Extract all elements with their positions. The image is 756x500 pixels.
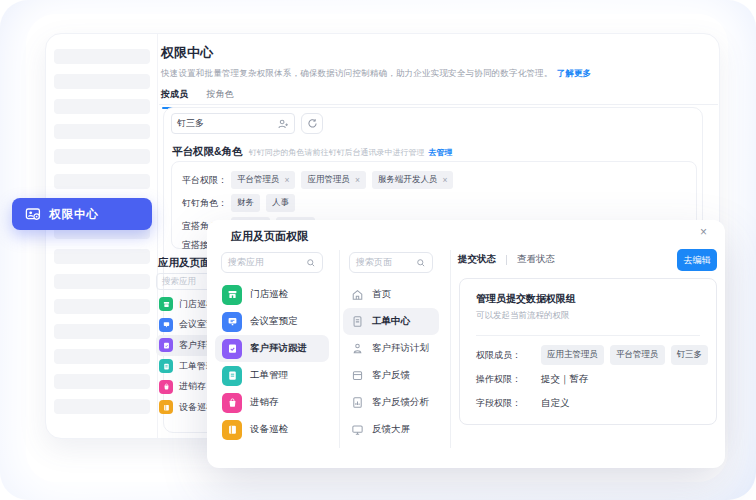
tag-platform-admin: 平台管理员 bbox=[610, 345, 665, 365]
modal-title: 应用及页面权限 bbox=[231, 229, 308, 244]
close-icon[interactable]: × bbox=[700, 226, 707, 238]
refresh-button[interactable] bbox=[301, 113, 323, 134]
person-icon bbox=[351, 342, 364, 355]
tab-view-status[interactable]: 查看状态 bbox=[517, 253, 555, 266]
app-item-selected[interactable]: 客户拜访跟进 bbox=[215, 335, 329, 362]
page-item[interactable]: 首页 bbox=[343, 281, 439, 308]
page-item[interactable]: 客户反馈分析 bbox=[343, 389, 439, 416]
pill-label: 权限中心 bbox=[49, 207, 99, 222]
page-item-label: 工单中心 bbox=[372, 315, 410, 328]
search-icon bbox=[306, 258, 316, 268]
clipboard-check-icon bbox=[222, 339, 242, 359]
clipboard-check-icon bbox=[159, 338, 173, 352]
skeleton-row bbox=[54, 274, 150, 289]
row-label: 平台权限： bbox=[182, 174, 231, 187]
doc-chart-icon bbox=[351, 396, 364, 409]
id-badge-icon bbox=[25, 206, 41, 222]
tab-by-member-label: 按成员 bbox=[161, 89, 188, 99]
tab-by-member[interactable]: 按成员 bbox=[161, 88, 188, 109]
app-item-label: 设备巡检 bbox=[250, 423, 288, 436]
page-item[interactable]: 客户反馈 bbox=[343, 362, 439, 389]
meeting-screen-icon bbox=[159, 318, 173, 332]
row-label: 钉钉角色： bbox=[182, 197, 231, 210]
app-item-label: 会议室预定 bbox=[250, 315, 298, 328]
description-text: 快速设置和批量管理复杂权限体系，确保数据访问控制精确，助力企业实现安全与协同的数… bbox=[161, 68, 553, 78]
skeleton-row bbox=[54, 99, 150, 114]
permission-center-pill[interactable]: 权限中心 bbox=[12, 198, 152, 230]
shopping-bag-icon bbox=[222, 393, 242, 413]
app-item[interactable]: 进销存 bbox=[215, 389, 329, 416]
monitor-icon bbox=[351, 423, 364, 436]
page-item-label: 首页 bbox=[372, 288, 391, 301]
page-item[interactable]: 反馈大屏 bbox=[343, 416, 439, 443]
app-search-input[interactable]: 搜索应用 bbox=[221, 252, 323, 273]
permission-group-card: 管理员提交数据权限组 可以发起当前流程的权限 权限成员： 应用主管理员 平台管理… bbox=[459, 278, 717, 425]
page-item-label: 客户反馈 bbox=[372, 369, 410, 382]
field-label: 操作权限： bbox=[476, 373, 541, 386]
tab-by-role[interactable]: 按角色 bbox=[207, 88, 234, 109]
app-page-permission-modal: 应用及页面权限 × 搜索应用 门店巡检 会议室预定 客户拜访跟进 bbox=[207, 220, 725, 468]
page-title: 权限中心 bbox=[161, 44, 213, 62]
dingtalk-role-row: 钉钉角色： 财务 人事 bbox=[182, 195, 301, 211]
page-item-selected[interactable]: 工单中心 bbox=[343, 308, 439, 335]
app-item[interactable]: 会议室预定 bbox=[215, 308, 329, 335]
person-add-icon bbox=[277, 118, 289, 130]
member-search-input[interactable]: 钉三多 bbox=[171, 113, 295, 134]
field-value: 提交｜暂存 bbox=[541, 373, 588, 386]
app-item[interactable]: 门店巡检 bbox=[215, 281, 329, 308]
work-order-doc-icon bbox=[159, 359, 173, 373]
field-label: 权限成员： bbox=[476, 349, 541, 362]
storefront-icon bbox=[222, 285, 242, 305]
member-field-row: 权限成员： 应用主管理员 平台管理员 钉三多 bbox=[476, 345, 714, 365]
app-item-label: 进销存 bbox=[250, 396, 279, 409]
header-divider bbox=[159, 104, 718, 105]
card-divider bbox=[476, 335, 700, 336]
app-item-label: 工单管理 bbox=[250, 369, 288, 382]
field-label: 字段权限： bbox=[476, 397, 541, 410]
permission-group-subtitle: 可以发起当前流程的权限 bbox=[476, 310, 570, 322]
tag-close-icon[interactable]: × bbox=[355, 176, 360, 185]
meeting-screen-icon bbox=[222, 312, 242, 332]
go-edit-button[interactable]: 去编辑 bbox=[677, 249, 717, 271]
column-divider bbox=[450, 250, 451, 448]
page-search-input[interactable]: 搜索页面 bbox=[349, 252, 433, 273]
storefront-icon bbox=[159, 297, 173, 311]
skeleton-row bbox=[54, 299, 150, 314]
tag-close-icon[interactable]: × bbox=[442, 176, 447, 185]
tag-server-dev[interactable]: 服务端开发人员× bbox=[372, 171, 453, 189]
tag-platform-admin[interactable]: 平台管理员× bbox=[231, 171, 295, 189]
go-manage-link[interactable]: 去管理 bbox=[429, 147, 453, 158]
page-item-label: 客户拜访计划 bbox=[372, 342, 429, 355]
skeleton-row bbox=[54, 74, 150, 89]
skeleton-row bbox=[54, 149, 150, 164]
tag-text: 财务 bbox=[237, 197, 254, 209]
board-icon bbox=[351, 369, 364, 382]
app-item-label: 门店巡检 bbox=[250, 288, 288, 301]
page-description: 快速设置和批量管理复杂权限体系，确保数据访问控制精确，助力企业实现安全与协同的数… bbox=[161, 68, 591, 80]
tag-close-icon[interactable]: × bbox=[285, 176, 290, 185]
app-item[interactable]: 工单管理 bbox=[215, 362, 329, 389]
tag-app-admin[interactable]: 应用管理员× bbox=[301, 171, 365, 189]
learn-more-link[interactable]: 了解更多 bbox=[557, 68, 592, 78]
tab-submit-status[interactable]: 提交状态 bbox=[458, 253, 496, 266]
tab-separator bbox=[506, 255, 507, 265]
refresh-icon bbox=[307, 118, 318, 129]
skeleton-row bbox=[54, 374, 150, 389]
app-item[interactable]: 设备巡检 bbox=[215, 416, 329, 443]
page-item-label: 反馈大屏 bbox=[372, 423, 410, 436]
member-search-value: 钉三多 bbox=[177, 117, 277, 130]
search-icon bbox=[416, 258, 426, 268]
tag-text: 平台管理员 bbox=[237, 174, 280, 186]
device-book-icon bbox=[222, 420, 242, 440]
search-placeholder: 搜索页面 bbox=[356, 256, 416, 269]
tag-member-name: 钉三多 bbox=[671, 345, 709, 365]
skeleton-row bbox=[54, 124, 150, 139]
tag-app-owner: 应用主管理员 bbox=[541, 345, 604, 365]
skeleton-row bbox=[54, 174, 150, 189]
page-item[interactable]: 客户拜访计划 bbox=[343, 335, 439, 362]
tag-hr[interactable]: 人事 bbox=[266, 194, 295, 212]
work-order-doc-icon bbox=[222, 366, 242, 386]
search-placeholder: 搜索应用 bbox=[162, 276, 196, 288]
tag-finance[interactable]: 财务 bbox=[231, 194, 260, 212]
app-item-label: 客户拜访跟进 bbox=[250, 342, 307, 355]
